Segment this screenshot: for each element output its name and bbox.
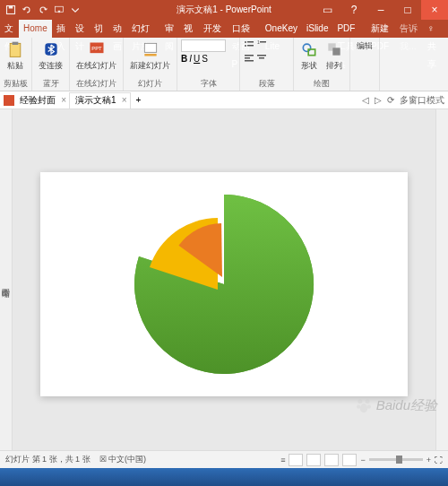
- menu-tellme[interactable]: 告诉我...: [395, 20, 423, 38]
- slides-group-label: 幻灯片: [127, 78, 173, 89]
- paste-button[interactable]: 粘贴: [4, 39, 27, 73]
- group-clipboard: 粘贴 剪贴板: [0, 38, 32, 91]
- menu-home[interactable]: Home: [19, 20, 52, 38]
- pie-chart[interactable]: [125, 186, 323, 383]
- doc-tab-1[interactable]: 经验封面×: [14, 92, 69, 108]
- save-icon[interactable]: [5, 4, 16, 15]
- paragraph-group-label: 段落: [244, 78, 289, 89]
- zoom-slider[interactable]: [369, 458, 423, 461]
- ribbon-options-icon[interactable]: ▭: [314, 0, 340, 20]
- italic-icon[interactable]: I: [189, 54, 192, 64]
- menu-slideshow[interactable]: 幻灯片放映: [127, 20, 161, 38]
- menu-file[interactable]: 文件: [0, 20, 19, 38]
- underline-icon[interactable]: U: [194, 54, 200, 64]
- shapes-label: 形状: [301, 60, 317, 72]
- menu-newpdf[interactable]: 新建PDF: [366, 20, 395, 38]
- refresh-icon[interactable]: ⟳: [387, 95, 394, 105]
- group-bluetooth: 变连接 蓝牙: [32, 38, 70, 91]
- slideshow-icon[interactable]: [54, 4, 65, 15]
- bullets-icon[interactable]: [244, 39, 254, 50]
- normal-view-button[interactable]: [289, 454, 303, 466]
- menu-pdf[interactable]: PDF工具集: [332, 20, 366, 38]
- nav-back-icon[interactable]: ◁: [362, 95, 369, 105]
- doc-tab-2[interactable]: 演示文稿1×: [69, 92, 131, 108]
- online-slides-button[interactable]: PPT 在线幻灯片: [73, 39, 119, 73]
- close-button[interactable]: ×: [421, 0, 448, 20]
- language-indicator[interactable]: ☒ 中文(中国): [99, 454, 147, 465]
- notes-button[interactable]: ≡: [280, 456, 285, 464]
- menu-insert[interactable]: 插入: [52, 20, 71, 38]
- zoom-out-button[interactable]: −: [360, 456, 365, 464]
- svg-rect-9: [144, 54, 156, 56]
- document-tabs: 经验封面× 演示文稿1× + ◁ ▷ ⟳ 多窗口模式: [0, 91, 448, 109]
- undo-icon[interactable]: [22, 4, 32, 15]
- group-online-slides: PPT 在线幻灯片 在线幻灯片: [70, 38, 124, 91]
- new-slide-label: 新建幻灯片: [130, 60, 170, 72]
- online-group-label: 在线幻灯片: [73, 78, 119, 89]
- menu-design[interactable]: 设计: [71, 20, 90, 38]
- bold-icon[interactable]: B: [181, 54, 187, 64]
- slideshow-view-button[interactable]: [342, 454, 357, 466]
- help-button[interactable]: ?: [340, 0, 367, 20]
- share-button[interactable]: ♀ 共享: [423, 20, 448, 38]
- slide-canvas-area[interactable]: [13, 109, 435, 450]
- group-edit: 编辑: [350, 38, 380, 91]
- quick-access-toolbar: [0, 4, 81, 15]
- add-tab-button[interactable]: +: [131, 92, 155, 108]
- menu-onekey[interactable]: OneKey Lite: [261, 20, 302, 38]
- fit-button[interactable]: ⛶: [435, 456, 443, 464]
- menu-pocket[interactable]: 口袋动画 P: [228, 20, 261, 38]
- doc-tab-2-label: 演示文稿1: [75, 92, 116, 108]
- menu-bar: 文件 Home 插入 设计 切换 动画 幻灯片放映 审阅 视图 开发工具 口袋动…: [0, 20, 448, 38]
- doc-tab-tools: ◁ ▷ ⟳ 多窗口模式: [362, 94, 444, 107]
- zoom-in-button[interactable]: +: [426, 456, 431, 464]
- multiwindow-button[interactable]: 多窗口模式: [400, 94, 444, 107]
- strike-icon[interactable]: S: [202, 54, 208, 64]
- svg-text:PPT: PPT: [91, 46, 102, 51]
- menu-transitions[interactable]: 切换: [90, 20, 108, 38]
- paste-label: 粘贴: [7, 60, 23, 72]
- shapes-icon: [300, 40, 318, 58]
- arrange-button[interactable]: 排列: [323, 39, 346, 73]
- svg-point-10: [245, 41, 246, 43]
- thumbnail-pane-collapsed[interactable]: 缩略图: [0, 109, 13, 450]
- nav-fwd-icon[interactable]: ▷: [375, 95, 382, 105]
- menu-review[interactable]: 审阅: [160, 20, 179, 38]
- arrange-icon: [325, 40, 343, 58]
- align-center-icon[interactable]: [256, 53, 267, 64]
- more-icon[interactable]: [70, 4, 81, 15]
- redo-icon[interactable]: [38, 4, 48, 15]
- group-drawing: 形状 排列 绘图: [294, 38, 350, 91]
- edit-button[interactable]: 编辑: [354, 39, 375, 53]
- numbering-icon[interactable]: 1: [256, 39, 267, 50]
- shapes-button[interactable]: 形状: [297, 39, 321, 73]
- font-box[interactable]: [181, 39, 226, 52]
- font-group-label: 字体: [181, 78, 236, 89]
- scrollbar-v[interactable]: [435, 109, 448, 450]
- reading-view-button[interactable]: [324, 454, 339, 466]
- new-slide-icon: [142, 40, 159, 58]
- bt-group-label: 蓝牙: [36, 78, 65, 89]
- bt-label: 变连接: [39, 60, 63, 72]
- bluetooth-button[interactable]: 变连接: [36, 39, 65, 73]
- workspace: 缩略图 Baidu经验: [0, 109, 448, 450]
- slide[interactable]: [40, 172, 408, 396]
- close-icon[interactable]: ×: [122, 92, 127, 108]
- menu-view[interactable]: 视图: [179, 20, 198, 38]
- slide-counter: 幻灯片 第 1 张，共 1 张: [5, 454, 90, 465]
- sorter-view-button[interactable]: [306, 454, 321, 466]
- arrange-label: 排列: [326, 60, 342, 72]
- status-bar: 幻灯片 第 1 张，共 1 张 ☒ 中文(中国) ≡ − + ⛶: [0, 450, 448, 468]
- menu-islide[interactable]: iSlide: [302, 20, 332, 38]
- minimize-button[interactable]: –: [367, 0, 394, 20]
- svg-rect-3: [10, 43, 21, 56]
- new-slide-button[interactable]: 新建幻灯片: [127, 39, 173, 73]
- paste-icon: [6, 40, 24, 58]
- align-left-icon[interactable]: [244, 53, 254, 64]
- share-label: 共享: [427, 41, 436, 69]
- maximize-button[interactable]: □: [394, 0, 421, 20]
- menu-dev[interactable]: 开发工具: [199, 20, 228, 38]
- drawing-group-label: 绘图: [297, 78, 346, 89]
- menu-animations[interactable]: 动画: [108, 20, 127, 38]
- close-icon[interactable]: ×: [61, 92, 66, 108]
